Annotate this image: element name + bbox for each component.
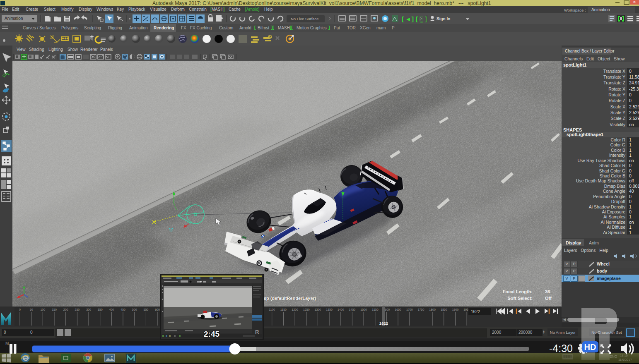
svg-text:400: 400 [109, 308, 114, 311]
svg-text:200: 200 [63, 308, 68, 311]
svg-text:36: 36 [545, 289, 550, 294]
svg-text:1622: 1622 [379, 321, 388, 326]
svg-text:sp (defaultRenderLayer): sp (defaultRenderLayer) [264, 296, 316, 301]
svg-text:[: [ [415, 16, 419, 23]
svg-text:250: 250 [75, 308, 80, 311]
svg-text:350: 350 [98, 308, 103, 311]
svg-text:600: 600 [155, 308, 160, 311]
svg-text:1300: 1300 [315, 308, 321, 311]
svg-text:1800: 1800 [429, 308, 436, 311]
svg-text:1622: 1622 [471, 309, 480, 314]
svg-text:R: R [255, 329, 259, 335]
svg-text:y: y [26, 287, 28, 290]
svg-text:]: ] [424, 16, 428, 23]
svg-text:1200: 1200 [292, 308, 298, 311]
svg-text:1850: 1850 [441, 308, 447, 311]
svg-text:50: 50 [30, 308, 33, 311]
svg-text:Focal Length:: Focal Length: [503, 289, 533, 294]
svg-text:[: [ [401, 16, 405, 23]
svg-text:300: 300 [86, 308, 91, 311]
svg-text:1500: 1500 [360, 308, 367, 311]
svg-text:1750: 1750 [418, 308, 424, 311]
svg-text:1400: 1400 [338, 308, 344, 311]
svg-text:1550: 1550 [372, 308, 379, 311]
svg-text:◂: ◂ [406, 16, 410, 23]
svg-text:No Live Surface: No Live Surface [291, 17, 319, 21]
svg-text:19:10: 19:10 [620, 354, 628, 357]
svg-text:1650: 1650 [395, 308, 401, 311]
svg-text:100: 100 [40, 308, 45, 311]
svg-text:1150: 1150 [280, 308, 287, 311]
svg-text:]: ] [411, 16, 415, 23]
svg-text:Off: Off [545, 296, 552, 301]
svg-text:150: 150 [52, 308, 57, 311]
svg-text:1450: 1450 [349, 308, 356, 311]
svg-text:1900: 1900 [452, 308, 459, 311]
svg-text:500: 500 [132, 308, 137, 311]
svg-text:450: 450 [121, 308, 125, 311]
svg-text:Sign In: Sign In [436, 17, 450, 21]
svg-text:0: 0 [19, 308, 21, 311]
svg-text:Soft Select:: Soft Select: [507, 296, 533, 301]
svg-text:550: 550 [144, 308, 149, 311]
svg-text:1100: 1100 [269, 308, 275, 311]
svg-text:1700: 1700 [406, 308, 413, 311]
svg-text:1350: 1350 [326, 308, 333, 311]
svg-text:1250: 1250 [303, 308, 310, 311]
svg-text:2:45: 2:45 [204, 330, 219, 338]
